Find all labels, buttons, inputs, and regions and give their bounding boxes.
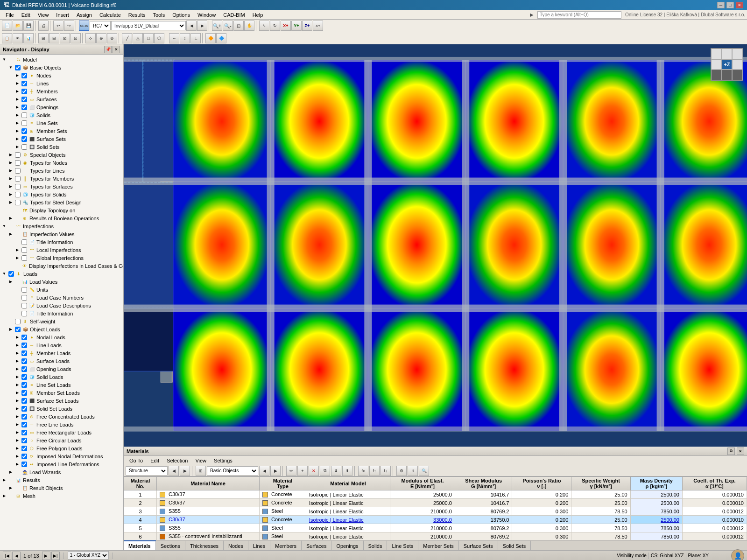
tree-item-openings[interactable]: ▶⬜Openings [0,103,123,111]
panel-prev-btn[interactable]: ◀ [169,466,179,476]
table-row[interactable]: 4 C30/37 Concrete Isotropic | Linear Ela… [124,516,747,524]
expand-arrow-title-information-imp[interactable] [14,238,21,246]
checkbox-types-for-lines[interactable] [15,168,21,174]
tb2-dim2[interactable]: ↕ [180,33,190,43]
nav-tab-sections[interactable]: Sections [156,540,185,550]
print-button[interactable]: 🖨 [38,21,49,31]
tree-item-types-for-nodes[interactable]: ▶◉Types for Nodes [0,159,123,167]
table-row[interactable]: 5 S355 Steel Isotropic | Linear Elastic … [124,524,747,532]
expand-arrow-types-for-steel-design[interactable]: ▶ [7,198,14,206]
tree-item-types-for-members[interactable]: ▶╫Types for Members [0,175,123,182]
menu-assign[interactable]: Assign [73,11,96,19]
nav-model-btn[interactable]: 📋 [2,33,12,43]
expand-arrow-free-rectangular-loads[interactable]: ▶ [14,428,21,436]
expand-arrow-imposed-nodal-deformations[interactable]: ▶ [14,452,21,460]
panel-edit[interactable]: Edit [147,457,163,464]
rotate-btn[interactable]: ↻ [270,21,280,31]
materials-table-container[interactable]: MaterialNo. Material Name MaterialType M… [124,476,747,540]
compass-widget[interactable]: +Z [711,48,743,81]
tree-item-model[interactable]: ▼🗂Model [0,56,123,63]
navigator-controls[interactable]: 📌 ✕ [104,46,120,53]
seis-button[interactable]: SEIS [79,21,89,31]
expand-arrow-lines[interactable]: ▶ [14,79,21,87]
panel-info-btn[interactable]: ℹ [408,466,418,476]
panel-func3-btn[interactable]: f↓ [381,466,391,476]
expand-arrow-solid-sets[interactable]: ▶ [14,143,21,151]
page-next-btn[interactable]: ▶ [42,552,50,560]
xyz-z-btn[interactable]: Z+ [302,21,312,31]
expand-arrow-object-loads[interactable]: ▶ [7,325,14,333]
tree-item-display-topology[interactable]: 🗺Display Topology on [0,206,123,214]
checkbox-units[interactable] [21,287,27,293]
checkbox-solid-sets[interactable] [21,144,27,150]
checkbox-types-for-nodes[interactable] [15,160,21,166]
expand-arrow-openings[interactable]: ▶ [14,103,21,111]
nav-tab-lines[interactable]: Lines [248,540,270,550]
expand-arrow-local-imperfections[interactable]: ▶ [14,246,21,254]
expand-arrow-types-for-lines[interactable]: ▶ [7,167,14,175]
expand-arrow-line-sets[interactable]: ▶ [14,119,21,127]
tree-item-free-polygon-loads[interactable]: ▶⬡Free Polygon Loads [0,444,123,452]
tree-item-line-set-loads[interactable]: ▶≡Line Set Loads [0,381,123,389]
tree-item-load-values[interactable]: ▶📊Load Values [0,278,123,286]
menu-options[interactable]: Options [169,11,194,19]
tree-item-self-weight[interactable]: ⬇Self-weight [0,317,123,325]
tb2-render1[interactable]: 🔶 [205,33,216,43]
tree-item-imposed-nodal-deformations[interactable]: ▶⟳Imposed Nodal Deformations [0,452,123,460]
tb2-draw2[interactable]: △ [133,33,143,43]
rc-dropdown[interactable]: RC7 [90,21,111,30]
checkbox-free-polygon-loads[interactable] [21,446,27,451]
checkbox-imposed-line-deformations[interactable] [21,462,27,467]
menu-help[interactable]: Help [249,11,267,19]
tree-item-units[interactable]: 📏Units [0,286,123,294]
page-navigation[interactable]: |◀ ◀ 1 of 13 ▶ ▶| [3,552,60,560]
zoom-out-btn[interactable]: 🔍- [223,21,233,31]
expand-arrow-imperfections[interactable]: ▼ [1,222,7,230]
tree-item-mesh[interactable]: ▶⊞Mesh [0,492,123,500]
tb2-snap1[interactable]: ⊹ [85,33,96,43]
panel-filter-icon[interactable]: ⊞ [196,466,206,476]
expand-arrow-free-circular-loads[interactable]: ▶ [14,436,21,444]
tree-item-load-case-descriptions[interactable]: 📝Load Case Descriptions [0,301,123,309]
expand-arrow-display-imperfections[interactable] [14,262,21,270]
tree-item-surface-set-loads[interactable]: ▶⬛Surface Set Loads [0,397,123,405]
checkbox-member-set-loads[interactable] [21,390,27,396]
tree-item-surfaces[interactable]: ▶▭Surfaces [0,95,123,103]
compass-cell-mr[interactable] [732,59,743,70]
compass-cell-tm[interactable] [722,49,733,59]
expand-arrow-load-values[interactable]: ▶ [7,278,14,286]
tree-item-result-objects[interactable]: ▶📋Result Objects [0,484,123,492]
menu-results[interactable]: Results [125,11,149,19]
nav-tab-line-sets[interactable]: Line Sets [387,540,418,550]
expand-arrow-imperfection-values[interactable]: ▶ [7,230,14,238]
menu-window[interactable]: Window [194,11,219,19]
checkbox-imposed-nodal-deformations[interactable] [21,454,27,459]
tree-item-solid-sets[interactable]: ▶🔲Solid Sets [0,143,123,151]
tree-item-types-for-solids[interactable]: ▶🧊Types for Solids [0,190,123,198]
tb2-dim1[interactable]: ↔ [169,33,179,43]
panel-export-btn[interactable]: ⬆ [342,466,352,476]
checkbox-members[interactable] [21,89,27,94]
prev-combo-btn[interactable]: ◀ [186,21,197,31]
panel-func2-btn[interactable]: f↑ [369,466,380,476]
page-last-btn[interactable]: ▶| [51,552,60,560]
open-button[interactable]: 📂 [13,21,23,31]
tree-item-imperfection-values[interactable]: ▶📋Imperfection Values [0,230,123,238]
tree-item-object-loads[interactable]: ▶📦Object Loads [0,325,123,333]
nav-tab-surfaces[interactable]: Surfaces [302,540,331,550]
expand-arrow-surface-loads[interactable]: ▶ [14,357,21,365]
nav-tab-nodes[interactable]: Nodes [224,540,248,550]
panel-next-btn[interactable]: ▶ [180,466,190,476]
tree-item-surface-sets[interactable]: ▶⬛Surface Sets [0,135,123,143]
panel-close-button[interactable]: ✕ [737,448,744,455]
compass-cell-ml[interactable] [711,59,722,70]
expand-arrow-load-case-descriptions[interactable] [14,301,21,309]
tree-item-imperfections[interactable]: ▼〰Imperfections [0,222,123,230]
tree-item-title-information-imp[interactable]: 📄Title Information [0,238,123,246]
nav-tab-members[interactable]: Members [270,540,302,550]
expand-arrow-results[interactable]: ▶ [1,476,7,484]
status-coord-select[interactable]: 1 - Global XYZ [68,551,109,560]
expand-arrow-mesh[interactable]: ▶ [1,492,7,500]
checkbox-surfaces[interactable] [21,97,27,102]
expand-arrow-imposed-line-deformations[interactable]: ▶ [14,460,21,468]
